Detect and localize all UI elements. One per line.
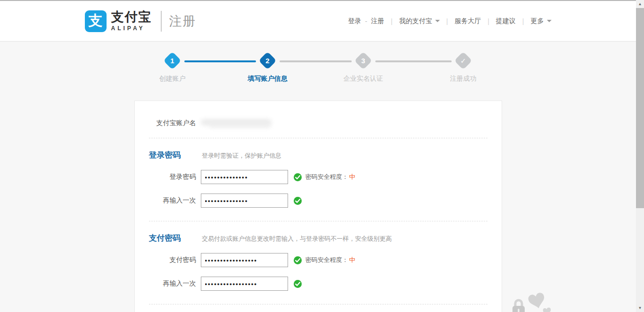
lock-icon [511,298,527,312]
section-divider [149,304,487,304]
account-name-row: 支付宝账户名 [135,118,502,128]
section-divider [149,221,487,221]
login-password-section-title: 登录密码 [149,150,196,160]
pay-password-confirm-row: 再输入一次 [135,277,502,291]
top-nav: 登录 - 注册 | 我的支付宝 | 服务大厅 | 提建议 | 更多 [348,17,551,25]
step-4-label: 注册成功 [450,75,477,83]
nav-separator: | [446,17,448,25]
step-connector-done [184,60,256,62]
registration-form-panel: 支付宝账户名 登录密码 登录时需验证，保护账户信息 登录密码 密码安全程度：中 [134,101,502,312]
header: 支 支付宝 ALIPAY 注册 登录 - 注册 | 我的支付宝 | 服务大厅 |… [0,1,636,42]
step-3-marker: 3 [354,51,372,69]
step-3-label: 企业实名认证 [344,75,383,83]
nav-more-link[interactable]: 更多 [531,17,552,25]
account-name-label: 支付宝账户名 [135,119,196,127]
nav-separator: | [522,17,524,25]
scroll-up-arrow-icon[interactable]: ▲ [636,0,644,8]
step-enterprise-verification: 3 企业实名认证 [344,54,383,83]
nav-my-alipay-link[interactable]: 我的支付宝 [399,17,440,25]
login-password-section-header: 登录密码 登录时需验证，保护账户信息 [149,150,502,160]
step-2-label: 填写账户信息 [248,75,288,83]
success-check-icon [294,197,302,205]
login-password-input[interactable] [201,170,288,184]
logo-glyph: 支 [89,11,103,31]
chevron-down-icon [435,20,440,22]
check-icon: ✓ [457,54,470,67]
success-check-icon [294,256,302,264]
success-check-icon [294,280,302,288]
step-connector-pending [375,60,452,62]
brand-text: 支付宝 ALIPAY [111,11,152,31]
top-divider [0,0,636,1]
chevron-down-icon [547,20,552,22]
pay-password-section-desc: 交易付款或账户信息更改时需输入，与登录密码不一样，安全级别更高 [202,235,392,242]
progress-steps: 1 创建账户 2 填写账户信息 3 企业实名认证 ✓ 注册成功 [134,54,502,90]
nav-dash: - [365,17,367,25]
nav-feedback-link[interactable]: 提建议 [496,17,516,25]
page: 支 支付宝 ALIPAY 注册 登录 - 注册 | 我的支付宝 | 服务大厅 |… [0,0,644,312]
section-divider [149,138,487,138]
step-connector-pending [280,60,352,62]
password-strength: 密码安全程度：中 [305,256,355,264]
strength-value: 中 [349,256,355,263]
password-strength: 密码安全程度：中 [305,173,355,181]
strength-value: 中 [349,173,355,180]
step-1-marker: 1 [163,51,181,69]
nav-login-link[interactable]: 登录 [348,17,361,25]
step-fill-account-info: 2 填写账户信息 [248,54,288,83]
heart-icon [543,307,552,312]
login-password-confirm-input[interactable] [201,194,288,208]
nav-service-hall-link[interactable]: 服务大厅 [454,17,481,25]
alipay-logo[interactable]: 支 支付宝 ALIPAY 注册 [85,10,197,32]
pay-password-row: 支付密码 密码安全程度：中 [135,253,502,267]
pay-password-section-header: 支付密码 交易付款或账户信息更改时需输入，与登录密码不一样，安全级别更高 [149,233,502,244]
login-password-section-desc: 登录时需验证，保护账户信息 [202,152,281,159]
brand-name-cn: 支付宝 [111,11,152,24]
step-2-marker: 2 [258,51,276,69]
pay-password-label: 支付密码 [135,256,196,264]
pay-password-confirm-label: 再输入一次 [135,279,196,288]
step-create-account: 1 创建账户 [159,54,186,83]
nav-separator: | [487,17,489,25]
login-password-confirm-row: 再输入一次 [135,194,502,208]
login-password-confirm-label: 再输入一次 [135,196,196,205]
step-1-label: 创建账户 [159,75,186,83]
account-name-redacted-value [201,118,279,128]
pay-password-confirm-input[interactable] [201,277,288,291]
pay-password-section-title: 支付密码 [149,233,196,244]
scrollbar-thumb[interactable] [636,8,644,208]
pay-password-input[interactable] [201,253,288,267]
nav-separator: | [391,17,393,25]
vertical-scrollbar[interactable]: ▲ ▼ [636,0,644,312]
step-4-check-marker: ✓ [454,51,472,69]
decorative-icons [509,293,566,312]
login-password-label: 登录密码 [135,173,196,181]
nav-register-link[interactable]: 注册 [371,17,384,25]
brand-name-en: ALIPAY [111,25,152,31]
heart-icon [528,292,547,310]
alipay-logo-icon: 支 [85,10,107,32]
login-password-row: 登录密码 密码安全程度：中 [135,170,502,184]
scroll-down-arrow-icon[interactable]: ▼ [636,304,644,312]
success-check-icon [294,173,302,181]
logo-divider [161,11,162,32]
page-title: 注册 [169,13,197,30]
step-register-success: ✓ 注册成功 [450,54,477,83]
